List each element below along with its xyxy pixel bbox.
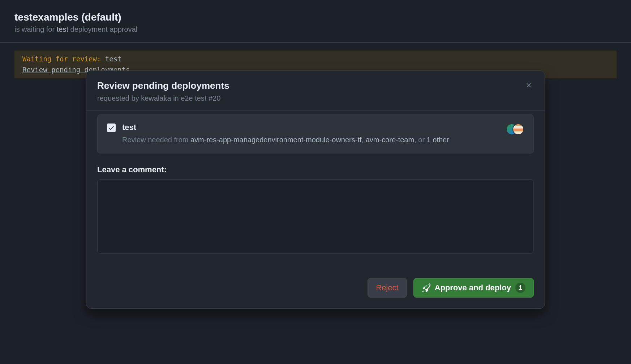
checkmark-icon xyxy=(108,125,115,131)
rocket-icon xyxy=(422,283,430,292)
reviewer-3: 1 other xyxy=(427,136,449,144)
subtitle-suffix: deployment approval xyxy=(68,25,137,33)
comment-textarea[interactable] xyxy=(97,179,534,254)
approve-count-badge: 1 xyxy=(515,283,525,293)
environment-description: Review needed from avm-res-app-manageden… xyxy=(122,134,499,145)
page-subtitle: is waiting for test deployment approval xyxy=(14,25,617,34)
environment-name: test xyxy=(122,123,499,132)
sep-2: , or xyxy=(414,136,426,144)
close-icon xyxy=(525,82,532,89)
environment-checkbox[interactable] xyxy=(107,124,116,132)
reject-button[interactable]: Reject xyxy=(368,278,407,298)
modal-footer: Reject Approve and deploy 1 xyxy=(97,278,534,298)
review-prefix: Review needed from xyxy=(122,136,190,144)
modal-title: Review pending deployments xyxy=(97,80,229,91)
modal-subtitle: requested by kewalaka in e2e test #20 xyxy=(97,94,229,103)
comment-section: Leave a comment: xyxy=(97,165,534,255)
reject-label: Reject xyxy=(376,283,398,292)
modal-body: test Review needed from avm-res-app-mana… xyxy=(86,111,545,308)
sep-1: , xyxy=(362,136,366,144)
environment-item: test Review needed from avm-res-app-mana… xyxy=(97,114,534,153)
subtitle-prefix: is waiting for xyxy=(14,25,57,33)
reviewer-1: avm-res-app-managedenvironment-module-ow… xyxy=(190,136,362,144)
environment-content: test Review needed from avm-res-app-mana… xyxy=(122,123,499,145)
comment-label: Leave a comment: xyxy=(97,165,534,174)
reviewer-avatars xyxy=(506,124,524,135)
subtitle-env: test xyxy=(57,25,68,33)
review-deployments-modal: Review pending deployments requested by … xyxy=(86,70,545,309)
modal-header: Review pending deployments requested by … xyxy=(86,71,545,111)
approve-label: Approve and deploy xyxy=(435,283,511,292)
page-title: testexamples (default) xyxy=(14,12,617,23)
avatar xyxy=(512,124,524,135)
checkbox-wrap xyxy=(107,124,116,132)
page-header: testexamples (default) is waiting for te… xyxy=(0,0,631,43)
approve-deploy-button[interactable]: Approve and deploy 1 xyxy=(413,278,534,298)
log-env: test xyxy=(105,55,122,63)
close-button[interactable] xyxy=(524,80,534,90)
reviewer-2: avm-core-team xyxy=(366,136,414,144)
log-label: Waiting for review: xyxy=(22,55,101,63)
